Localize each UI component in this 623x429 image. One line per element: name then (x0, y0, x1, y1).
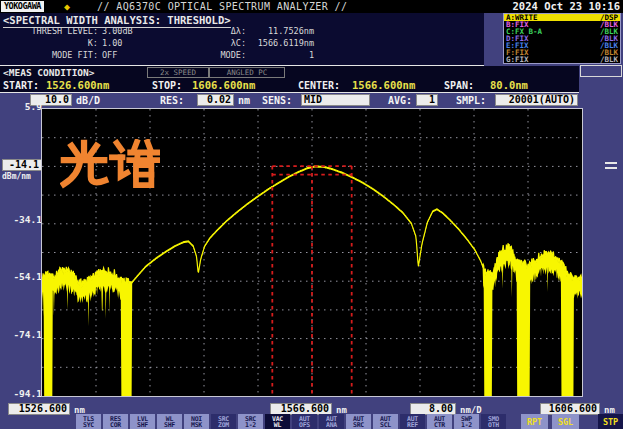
y-axis-unit: dBm/nm (2, 172, 31, 181)
toolbar-button-label: SHF (157, 422, 182, 429)
toolbar-button-vac-wl[interactable]: VACWL (265, 414, 290, 429)
ref-level-box: -14.1 (2, 159, 42, 171)
toolbar-button-label: CTR (427, 422, 452, 429)
toolbar-button-label: SRC (346, 422, 371, 429)
analysis-field-label: Δλ: (196, 26, 246, 36)
toolbar-button-aut-ana[interactable]: AUTANA (319, 414, 344, 429)
analysis-field-value: 1.00 (102, 38, 122, 48)
toolbar-button-smo-oth[interactable]: SMOOTH (481, 414, 506, 429)
ref-tick-mark (605, 162, 617, 164)
meas-badge: 2x SPEED (147, 67, 209, 78)
toolbar-button-aut-scl[interactable]: AUTSCL (373, 414, 398, 429)
toolbar-button-noi-msk[interactable]: NOIMSK (184, 414, 209, 429)
toolbar-button-src-1-2[interactable]: SRC1-2 (238, 414, 263, 429)
sensitivity-value-box: MID (301, 94, 370, 106)
toolbar-button-label: COR (103, 422, 128, 429)
meas-field-value: 1606.600nm (192, 79, 255, 91)
resolution-value-box: 0.02 (197, 94, 234, 106)
toolbar-button-lvl-shf[interactable]: LVLSHF (130, 414, 155, 429)
toolbar-button-aut-src[interactable]: AUTSRC (346, 414, 371, 429)
toolbar-button-aut-ofs[interactable]: AUTOFS (292, 414, 317, 429)
brand-diamond-icon: ◆ (64, 0, 70, 13)
sweep-button-sgl[interactable]: SGL (552, 414, 579, 429)
meas-field-label: STOP: (152, 80, 182, 91)
toolbar-button-src-zom[interactable]: SRCZOM (211, 414, 236, 429)
toolbar-button-swp-1-2[interactable]: SWP1-2 (454, 414, 479, 429)
header-bar: YOKOGAWA ◆ // AQ6370C OPTICAL SPECTRUM A… (0, 0, 623, 13)
toolbar-button-label: SYC (76, 422, 101, 429)
y-axis-label: -74.1 (10, 329, 42, 340)
meas-condition-panel: <MEAS CONDITION> 2x SPEEDANGLED PC START… (0, 66, 579, 93)
toolbar-button-label: ZOM (211, 422, 236, 429)
spectrum-overlay-label (60, 139, 160, 191)
analysis-field-value: OFF (102, 50, 117, 60)
empty-indicator-box (580, 65, 622, 77)
spectral-width-analysis-panel: <SPECTRAL WIDTH ANALYSIS: THRESHOLD> THR… (0, 13, 484, 66)
analysis-field-value: 3.00dB (102, 26, 133, 36)
analysis-field-value: 1 (250, 50, 314, 60)
toolbar-button-res-cor[interactable]: RESCOR (103, 414, 128, 429)
level-scale-unit: dB/D (76, 95, 100, 106)
toolbar-button-tls-syc[interactable]: TLSSYC (76, 414, 101, 429)
analysis-field-label: λC: (196, 38, 246, 48)
toolbar-button-aut-ctr[interactable]: AUTCTR (427, 414, 452, 429)
averaging-label: AVG: (388, 95, 412, 106)
analysis-field-label: MODE FIT: (16, 50, 98, 60)
toolbar-button-label: SCL (373, 422, 398, 429)
analysis-field-label: K: (16, 38, 98, 48)
meas-field-value: 1526.600nm (46, 79, 109, 91)
yokogawa-logo: YOKOGAWA (1, 1, 44, 12)
resolution-unit: nm (238, 95, 250, 106)
toolbar-button-label: 1-2 (454, 422, 479, 429)
trace-mode: /BLK (600, 56, 618, 63)
analysis-field-value: 11.7526nm (250, 26, 314, 36)
analysis-field-label: THRESH LEVEL: (16, 26, 98, 36)
meas-condition-title: <MEAS CONDITION> (3, 67, 95, 78)
toolbar-button-label: OTH (481, 422, 506, 429)
meas-field-value: 80.0nm (490, 79, 528, 91)
meas-field-label: CENTER: (298, 80, 340, 91)
toolbar-button-label: ANA (319, 422, 344, 429)
ref-tick-mark (605, 167, 617, 169)
trace-legend: A:WRITE/DSPB:FIX/BLKC:FX B-A/BLKD:FIX/BL… (503, 13, 621, 64)
sensitivity-label: SENS: (262, 95, 292, 106)
meas-field-label: START: (3, 80, 39, 91)
trace-name: G:FIX (506, 56, 529, 63)
toolbar-button-label: MSK (184, 422, 209, 429)
y-axis-top-label: 5.9 (10, 101, 42, 112)
toolbar-button-aut-ref[interactable]: AUTREF (400, 414, 425, 429)
meas-badge: ANGLED PC (209, 67, 285, 78)
averaging-value-box: 1 (416, 94, 438, 106)
y-axis-label: -34.1 (10, 214, 42, 225)
toolbar-button-label: OFS (292, 422, 317, 429)
toolbar-button-label: 1-2 (238, 422, 263, 429)
toolbar-button-label: REF (400, 422, 425, 429)
app-title: // AQ6370C OPTICAL SPECTRUM ANALYZER // (97, 1, 347, 12)
sweep-button-stp[interactable]: STP (598, 414, 623, 429)
analysis-field-value: 1566.6119nm (250, 38, 314, 48)
sampling-label: SMPL: (456, 95, 486, 106)
sampling-value-box: 20001(AUTO) (495, 94, 578, 106)
resolution-label: RES: (160, 95, 184, 106)
sweep-button-rpt[interactable]: RPT (521, 414, 548, 429)
y-axis-label: -94.1 (10, 388, 42, 399)
analysis-field-label: MODE: (196, 50, 246, 60)
meas-field-label: SPAN: (444, 80, 474, 91)
toolbar-button-wl-shf[interactable]: WLSHF (157, 414, 182, 429)
toolbar-button-label: SHF (130, 422, 155, 429)
x-start-box: 1526.600 (8, 403, 70, 415)
datetime: 2024 Oct 23 10:16 (513, 1, 620, 12)
toolbar-button-label: WL (265, 422, 290, 429)
y-axis-label: -54.1 (10, 271, 42, 282)
trace-row[interactable]: G:FIX/BLK (504, 56, 620, 63)
meas-field-value: 1566.600nm (352, 79, 415, 91)
